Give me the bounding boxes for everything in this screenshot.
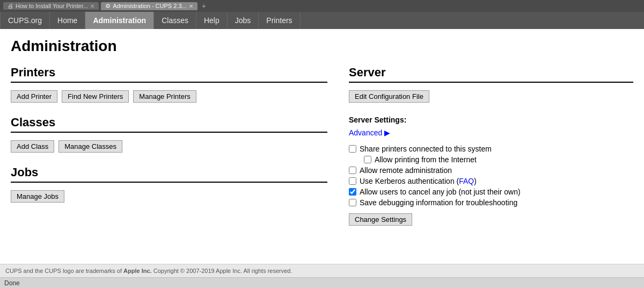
nav-jobs[interactable]: Jobs (228, 12, 259, 29)
share-printers-checkbox[interactable] (349, 145, 356, 153)
columns-layout: Printers Add Printer Find New Printers M… (11, 66, 633, 226)
tab-1-icon: 🖨 (8, 3, 13, 9)
nav-cups-org[interactable]: CUPS.org (0, 12, 50, 29)
manage-printers-button[interactable]: Manage Printers (133, 90, 196, 103)
change-settings-container: Change Settings (349, 213, 633, 226)
status-text: Done (4, 279, 20, 287)
allow-cancel-checkbox[interactable] (349, 188, 356, 196)
checkbox-allow-internet: Allow printing from the Internet (349, 155, 633, 164)
jobs-heading: Jobs (11, 165, 327, 183)
save-debug-label: Save debugging information for troublesh… (360, 198, 517, 207)
page-title: Administration (11, 38, 633, 55)
edit-config-button[interactable]: Edit Configuration File (349, 90, 429, 103)
classes-buttons: Add Class Manage Classes (11, 140, 327, 153)
save-debug-checkbox[interactable] (349, 199, 356, 206)
left-column: Printers Add Printer Find New Printers M… (11, 66, 338, 226)
advanced-link[interactable]: Advanced ▶ (349, 128, 390, 137)
right-column: Server Edit Configuration File Server Se… (338, 66, 633, 226)
footer: CUPS and the CUPS logo are trademarks of… (0, 264, 644, 277)
use-kerberos-label: Use Kerberos authentication (FAQ) (360, 177, 477, 185)
printers-heading: Printers (11, 66, 327, 83)
status-bar: Done (0, 277, 644, 288)
nav-classes[interactable]: Classes (154, 12, 196, 29)
nav-help[interactable]: Help (196, 12, 228, 29)
faq-link[interactable]: FAQ (459, 177, 474, 185)
classes-heading: Classes (11, 116, 327, 133)
footer-text-after: Copyright © 2007-2019 Apple Inc. All rig… (152, 268, 292, 274)
server-heading: Server (349, 66, 633, 83)
server-settings-label: Server Settings: (349, 116, 633, 124)
share-printers-label: Share printers connected to this system (360, 145, 492, 153)
tab-2-close[interactable]: ✕ (189, 3, 193, 9)
tab-1[interactable]: 🖨 How to Install Your Printer... ✕ (3, 2, 99, 10)
tab-2[interactable]: ⚙ Administration - CUPS 2.3... ✕ (101, 2, 197, 10)
allow-internet-label: Allow printing from the Internet (375, 155, 477, 164)
jobs-section: Jobs Manage Jobs (11, 165, 327, 203)
add-tab-button[interactable]: + (202, 2, 206, 10)
advanced-link-label: Advanced (349, 128, 382, 137)
tab-1-close[interactable]: ✕ (90, 3, 94, 9)
advanced-arrow-icon: ▶ (384, 128, 390, 137)
checkbox-save-debug: Save debugging information for troublesh… (349, 198, 633, 207)
allow-remote-admin-checkbox[interactable] (349, 167, 356, 174)
checkbox-allow-cancel: Allow users to cancel any job (not just … (349, 188, 633, 196)
find-new-printers-button[interactable]: Find New Printers (62, 90, 129, 103)
change-settings-button[interactable]: Change Settings (349, 213, 412, 226)
main-content: Administration Printers Add Printer Find… (0, 29, 644, 264)
manage-jobs-button[interactable]: Manage Jobs (11, 190, 64, 203)
manage-classes-button[interactable]: Manage Classes (58, 140, 122, 153)
nav-printers[interactable]: Printers (259, 12, 300, 29)
server-buttons: Edit Configuration File (349, 90, 633, 103)
server-section: Server Edit Configuration File Server Se… (349, 66, 633, 226)
checkbox-share-printers: Share printers connected to this system (349, 145, 633, 153)
use-kerberos-checkbox[interactable] (349, 177, 356, 185)
allow-cancel-label: Allow users to cancel any job (not just … (360, 188, 521, 196)
nav-administration[interactable]: Administration (85, 12, 154, 29)
apple-inc-link[interactable]: Apple Inc. (123, 268, 152, 274)
nav-home[interactable]: Home (50, 12, 85, 29)
add-class-button[interactable]: Add Class (11, 140, 54, 153)
tab-1-label: How to Install Your Printer... (16, 3, 88, 9)
title-bar: 🖨 How to Install Your Printer... ✕ ⚙ Adm… (0, 0, 644, 12)
tab-2-label: Administration - CUPS 2.3... (113, 3, 187, 9)
jobs-buttons: Manage Jobs (11, 190, 327, 203)
checkbox-allow-remote-admin: Allow remote administration (349, 166, 633, 175)
allow-remote-admin-label: Allow remote administration (360, 166, 452, 175)
printers-buttons: Add Printer Find New Printers Manage Pri… (11, 90, 327, 103)
checkbox-use-kerberos: Use Kerberos authentication (FAQ) (349, 177, 633, 185)
nav-bar: CUPS.org Home Administration Classes Hel… (0, 12, 644, 29)
allow-internet-checkbox[interactable] (364, 156, 371, 163)
printers-section: Printers Add Printer Find New Printers M… (11, 66, 327, 103)
footer-text-before: CUPS and the CUPS logo are trademarks of (5, 268, 123, 274)
tab-2-icon: ⚙ (105, 3, 111, 10)
add-printer-button[interactable]: Add Printer (11, 90, 57, 103)
classes-section: Classes Add Class Manage Classes (11, 116, 327, 153)
